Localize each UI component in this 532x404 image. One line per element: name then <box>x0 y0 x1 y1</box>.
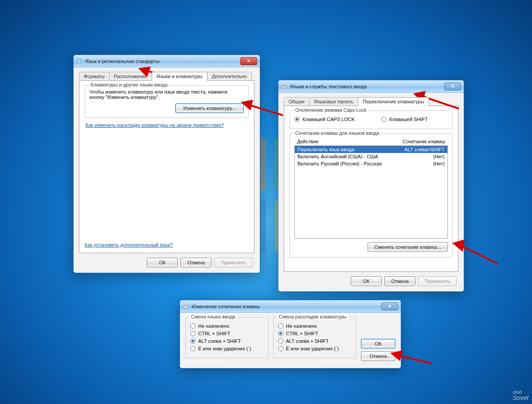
watermark: clubSovet <box>512 384 528 401</box>
list-row: Включить Русский (Россия) - Русская(Нет) <box>295 160 447 167</box>
tab-strip: Форматы Расположение Языки и клавиатуры … <box>79 72 254 81</box>
close-button[interactable]: ✕ <box>444 82 461 90</box>
titlebar[interactable]: Изменение сочетания клавиш ✕ <box>180 300 401 313</box>
radio-right-ctrl[interactable]: CTRL + SHIFT <box>278 331 352 336</box>
list-row: Включить Английский (США) - США(Нет) <box>295 153 447 160</box>
ok-button[interactable]: ОК <box>361 339 395 349</box>
group-description: Чтобы изменить клавиатуру или язык ввода… <box>90 89 244 100</box>
apply-button[interactable]: Применить <box>418 276 457 286</box>
ok-button[interactable]: ОК <box>351 276 382 286</box>
svg-line-7 <box>461 246 498 264</box>
radio-left-alt[interactable]: ALT слева + SHIFT <box>190 338 264 344</box>
list-row: Переключить язык вводаALT слева+SHIFT <box>295 146 447 153</box>
keyboard-icon <box>183 303 189 310</box>
apply-button[interactable]: Применить <box>214 258 253 267</box>
tab-advanced[interactable]: Дополнительно <box>207 72 252 81</box>
tab-formats[interactable]: Форматы <box>79 72 110 81</box>
radio-left-grave[interactable]: Ё или знак ударения (`) <box>190 346 264 351</box>
window-change-hotkey: Изменение сочетания клавиш ✕ Смена языка… <box>180 300 401 369</box>
radio-right-alt[interactable]: ALT слева + SHIFT <box>278 338 352 344</box>
ok-button[interactable]: ОК <box>147 258 178 267</box>
close-button[interactable]: ✕ <box>240 57 257 65</box>
close-button[interactable]: ✕ <box>381 302 398 310</box>
cancel-button[interactable]: Отмена <box>384 276 415 286</box>
cancel-button[interactable]: Отмена <box>361 351 395 361</box>
link-welcome-layout[interactable]: Как изменить раскладку клавиатуры на экр… <box>86 122 224 128</box>
svg-rect-3 <box>183 306 188 308</box>
radio-right-none[interactable]: Не назначено <box>278 323 352 329</box>
right-legend: Смена раскладки клавиатуры <box>277 314 348 319</box>
link-install-language[interactable]: Как установить дополнительный язык? <box>85 242 173 247</box>
svg-line-8 <box>399 356 432 364</box>
tab-keyboard-switch[interactable]: Переключение клавиатуры <box>358 97 429 106</box>
group-legend: Клавиатуры и другие языки ввода <box>89 82 169 87</box>
globe-icon <box>76 58 82 64</box>
svg-rect-2 <box>282 86 286 87</box>
tab-general[interactable]: Общие <box>284 97 309 106</box>
cancel-button[interactable]: Отмена <box>180 258 211 267</box>
hotkeys-legend: Сочетания клавиш для языков ввода <box>293 130 381 136</box>
hotkey-list[interactable]: Переключить язык вводаALT слева+SHIFT Вк… <box>294 145 448 239</box>
window-title: Язык и региональные стандарты <box>85 59 160 64</box>
radio-capslock[interactable]: Клавишей CAPS LOCK <box>294 117 355 122</box>
radio-right-grave[interactable]: Ё или знак ударения (`) <box>278 346 352 351</box>
titlebar[interactable]: Язык и региональные стандарты ✕ <box>74 55 260 67</box>
tab-languages-keyboards[interactable]: Языки и клавиатуры <box>152 72 207 81</box>
radio-shift[interactable]: Клавишей SHIFT <box>381 117 428 122</box>
radio-left-none[interactable]: Не назначено <box>190 323 264 329</box>
window-region-language: Язык и региональные стандарты ✕ Форматы … <box>73 55 260 273</box>
window-title: Языки и службы текстового ввода <box>290 84 367 89</box>
col-action: Действие <box>297 139 403 144</box>
titlebar[interactable]: Языки и службы текстового ввода ✕ <box>278 80 464 93</box>
change-keyboard-button[interactable]: Изменить клавиатуру... <box>175 103 244 113</box>
tab-location[interactable]: Расположение <box>109 72 152 81</box>
window-title: Изменение сочетания клавиш <box>192 304 260 309</box>
keyboard-icon <box>281 83 287 90</box>
left-legend: Смена языка ввода <box>189 314 237 319</box>
window-text-services: Языки и службы текстового ввода ✕ Общие … <box>278 80 464 292</box>
change-hotkey-button[interactable]: Сменить сочетание клавиш... <box>368 242 448 252</box>
tab-strip: Общие Языковая панель Переключение клави… <box>284 97 458 106</box>
col-combo: Сочетание клавиш <box>403 139 445 144</box>
radio-left-ctrl[interactable]: CTRL + SHIFT <box>190 331 264 336</box>
tab-language-bar[interactable]: Языковая панель <box>309 97 358 106</box>
capslock-legend: Отключение режима Caps Lock <box>293 107 368 113</box>
